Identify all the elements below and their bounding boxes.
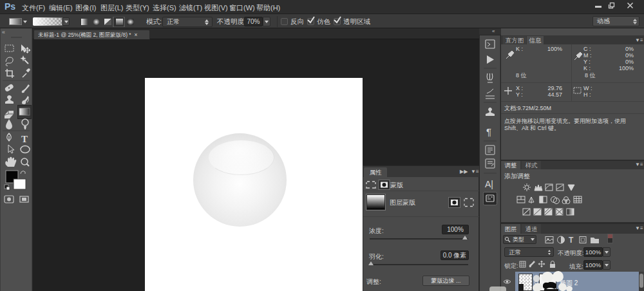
svg-text:T: T xyxy=(569,236,574,244)
svg-text:T: T xyxy=(21,134,28,144)
svg-text:«: « xyxy=(2,29,5,35)
svg-text:¶: ¶ xyxy=(486,126,491,137)
svg-text:A|: A| xyxy=(485,179,493,189)
